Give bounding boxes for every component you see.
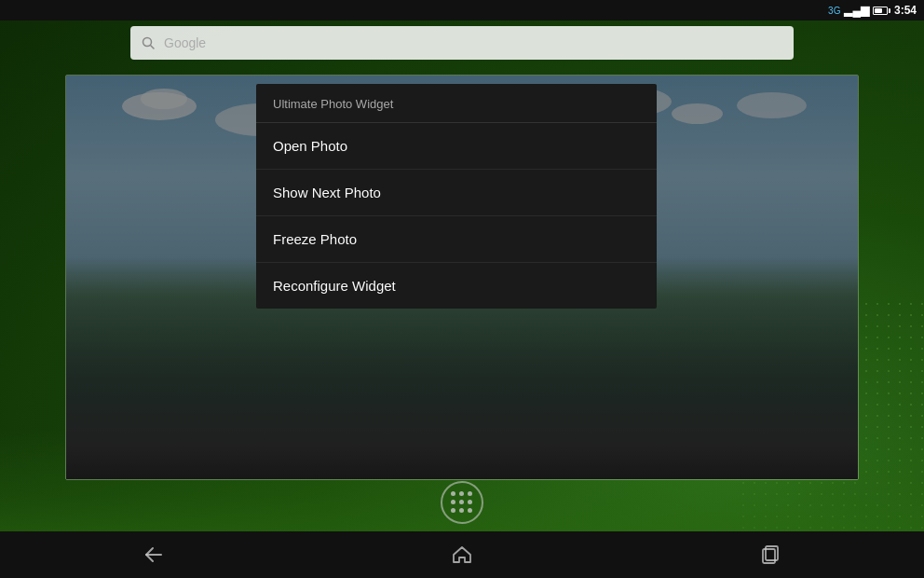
svg-line-1 [151, 46, 155, 49]
recents-button[interactable] [742, 538, 798, 571]
menu-item-show-next-photo[interactable]: Show Next Photo [256, 170, 657, 216]
search-bar[interactable]: Google [130, 26, 794, 60]
menu-title: Ultimate Photo Widget [256, 84, 657, 123]
battery-icon [873, 7, 890, 15]
context-menu: Ultimate Photo Widget Open Photo Show Ne… [256, 84, 657, 309]
back-button[interactable] [126, 538, 182, 571]
menu-item-open-photo[interactable]: Open Photo [256, 123, 657, 170]
nav-bar [0, 531, 924, 578]
search-icon [140, 34, 156, 51]
app-drawer-button[interactable] [441, 481, 483, 524]
search-bar-container[interactable]: Google [130, 26, 794, 60]
app-drawer-icon [451, 491, 474, 515]
status-bar: 3G ▂▄▆ 3:54 [0, 0, 924, 21]
clock: 3:54 [894, 4, 917, 17]
home-button[interactable] [434, 538, 490, 571]
signal-icon: ▂▄▆ [844, 4, 869, 17]
network-indicator: 3G [828, 6, 840, 16]
menu-item-freeze-photo[interactable]: Freeze Photo [256, 216, 657, 263]
search-placeholder: Google [164, 35, 784, 50]
menu-item-reconfigure-widget[interactable]: Reconfigure Widget [256, 263, 657, 309]
